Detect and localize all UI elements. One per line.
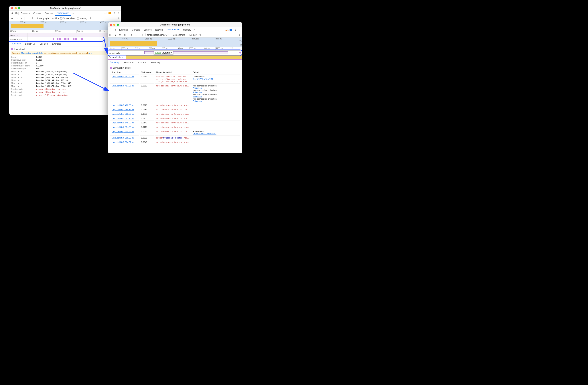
shifted-element[interactable]: mat-sidenav-content.mat-dr…: [156, 104, 189, 107]
layout-shift-link[interactable]: Layout shift @ 441.20 ms: [112, 76, 134, 78]
home-icon[interactable]: ⌂: [141, 33, 144, 37]
layout-shift-link[interactable]: Layout shift @ 457.07 ms: [112, 85, 134, 87]
subtab-calltree[interactable]: Call tree: [138, 60, 147, 65]
gc-icon[interactable]: 🗑: [199, 33, 202, 37]
culprit-link[interactable]: Animation: [193, 100, 202, 102]
minimize-icon[interactable]: [15, 7, 17, 9]
tab-elements[interactable]: Elements: [118, 27, 130, 32]
layout-shift-link[interactable]: Layout shift @ 521.16 ms: [112, 117, 134, 119]
inspect-icon[interactable]: [109, 28, 113, 32]
reload-icon[interactable]: ⟳: [15, 17, 18, 20]
track-layout-shifts[interactable]: Layout shifts 0.0269 Layout shift: [108, 51, 242, 55]
culprit-link[interactable]: HhzMU5Ak9u…p9M.woff2: [193, 132, 216, 135]
capture-settings-icon[interactable]: ⚙: [117, 17, 120, 20]
record-icon[interactable]: ◉: [114, 33, 117, 37]
shifted-element[interactable]: mat-sidenav-content.mat-dr…: [156, 113, 189, 115]
more-tabs-icon[interactable]: »: [193, 28, 197, 32]
gc-icon[interactable]: 🗑: [89, 17, 92, 20]
download-icon[interactable]: ↧: [134, 33, 138, 37]
tab-performance[interactable]: Performance: [165, 27, 181, 32]
titlebar[interactable]: DevTools - fonts.google.com/: [9, 6, 121, 11]
settings-icon[interactable]: ⚙: [233, 28, 237, 32]
settings-icon[interactable]: ⚙: [112, 11, 116, 15]
info-badge[interactable]: 1: [230, 29, 232, 31]
layout-shift-link[interactable]: Layout shift @ 503.26 ms: [112, 113, 134, 115]
titlebar[interactable]: DevTools - fonts.google.com/: [108, 22, 242, 27]
cls-link[interactable]: Cumulative Layout Shifts: [21, 52, 43, 54]
subtab-summary[interactable]: Summary: [11, 41, 21, 46]
tab-sources[interactable]: Sources: [142, 27, 153, 32]
related-node-row[interactable]: Related nodediv.notification__actions: [11, 87, 119, 91]
layout-shift-link[interactable]: Layout shift @ 604.01 ms: [112, 141, 134, 143]
upload-icon[interactable]: ↥: [26, 17, 29, 20]
layout-shift-link[interactable]: Layout shift @ 588.68 ms: [112, 137, 134, 139]
tab-console[interactable]: Console: [130, 27, 142, 32]
download-icon[interactable]: ↧: [31, 17, 34, 20]
tab-elements[interactable]: Elements: [19, 11, 31, 16]
menu-icon[interactable]: ⋮: [238, 28, 241, 32]
shifted-element[interactable]: mat-sidenav-content.mat-dr…: [156, 122, 189, 124]
culprit-link[interactable]: t5sJIQcYNI…IUI.woff2: [193, 78, 213, 80]
subtab-calltree[interactable]: Call tree: [39, 41, 49, 46]
subtab-bottomup[interactable]: Bottom-up: [123, 60, 135, 65]
capture-settings-icon[interactable]: ⚙: [238, 33, 241, 37]
warnings-badge[interactable]: ▲ 1: [225, 29, 229, 31]
track-layout-shifts[interactable]: Layout shifts: [9, 37, 121, 41]
subtab-eventlog[interactable]: Event log: [51, 41, 62, 46]
device-icon[interactable]: [14, 11, 18, 15]
close-icon[interactable]: [110, 24, 112, 26]
col-culprit[interactable]: Culprit: [191, 70, 240, 74]
culprit-link[interactable]: Animation: [193, 91, 202, 93]
device-icon[interactable]: [113, 28, 117, 32]
toggle-sidebar-icon[interactable]: [109, 33, 112, 37]
memory-toggle[interactable]: Memory: [77, 17, 87, 20]
tab-sources[interactable]: Sources: [43, 11, 55, 16]
track-frames[interactable]: Frames 67.1 ms: [108, 55, 242, 59]
shifted-element[interactable]: mat-sidenav-content.mat-dr…: [156, 126, 189, 128]
screenshots-toggle[interactable]: Screenshots: [60, 17, 75, 20]
menu-icon[interactable]: ⋮: [117, 11, 120, 15]
col-score[interactable]: Shift score: [140, 70, 154, 74]
overview-timeline[interactable]: 995 ms 1995 ms 2995 ms 3995 ms 4995 ms C…: [108, 38, 242, 47]
shifted-element[interactable]: div.notification__actions: [156, 76, 189, 78]
tab-performance[interactable]: Performance: [55, 11, 71, 16]
subtab-bottomup[interactable]: Bottom-up: [24, 41, 36, 46]
recording-select[interactable]: fonts.google.com #1 ▾: [37, 17, 59, 20]
shifted-element[interactable]: div.gf-full-page.gf-content: [156, 80, 189, 83]
shifted-element[interactable]: mat-sidenav-content.mat-dr…: [156, 117, 189, 120]
screenshots-toggle[interactable]: Screenshots: [170, 34, 185, 36]
upload-icon[interactable]: ↥: [130, 33, 133, 37]
layout-shift-link[interactable]: Layout shift @ 470.53 ms: [112, 104, 134, 106]
more-tabs-icon[interactable]: »: [71, 11, 75, 15]
reload-icon[interactable]: ⟳: [119, 33, 122, 37]
shifted-element[interactable]: mat-sidenav-content.mat-dr…: [156, 141, 189, 143]
minimize-icon[interactable]: [113, 24, 115, 26]
memory-toggle[interactable]: Memory: [187, 34, 197, 36]
subtab-eventlog[interactable]: Event log: [150, 60, 161, 65]
layout-shift-link[interactable]: Layout shift @ 486.54 ms: [112, 108, 134, 111]
issues-badge[interactable]: 1: [108, 12, 111, 14]
layout-shift-link[interactable]: Layout shift @ 570.53 ms: [112, 130, 134, 132]
tab-memory[interactable]: Memory: [182, 27, 193, 32]
track-network[interactable]: Network: [9, 33, 121, 37]
shifted-element[interactable]: div.notification__actions: [156, 78, 189, 80]
culprit-link[interactable]: Animation: [193, 96, 202, 98]
related-node-row[interactable]: Related nodediv.notification__actions: [11, 91, 119, 94]
col-elements[interactable]: Elements shifted: [155, 70, 191, 74]
close-icon[interactable]: [11, 7, 13, 9]
warnings-badge[interactable]: ▲ 2: [104, 12, 107, 14]
shifted-element[interactable]: mat-sidenav-content.mat-dr…: [156, 85, 189, 87]
related-node-row[interactable]: Related nodediv.gf-full-page.gf-content: [11, 94, 119, 97]
shifted-element[interactable]: mat-sidenav-content.mat-dr…: [156, 130, 189, 133]
recording-select[interactable]: fonts.google.com #1 ▾: [147, 34, 168, 36]
tab-network[interactable]: Network: [154, 27, 165, 32]
evolved-link[interactable]: e…: [89, 52, 92, 54]
clear-icon[interactable]: ⊘: [123, 33, 126, 37]
time-ruler[interactable]: 195 ms395 ms595 ms795 ms995 ms1195 ms139…: [108, 47, 242, 51]
shifted-element[interactable]: mat-sidenav-content.mat-dr…: [156, 108, 189, 111]
culprit-link[interactable]: Animation: [193, 87, 202, 89]
clear-icon[interactable]: ⊘: [20, 17, 23, 20]
col-start[interactable]: Start time: [110, 70, 139, 74]
zoom-icon[interactable]: [117, 24, 119, 26]
layout-shift-link[interactable]: Layout shift @ 554.05 ms: [112, 126, 134, 128]
